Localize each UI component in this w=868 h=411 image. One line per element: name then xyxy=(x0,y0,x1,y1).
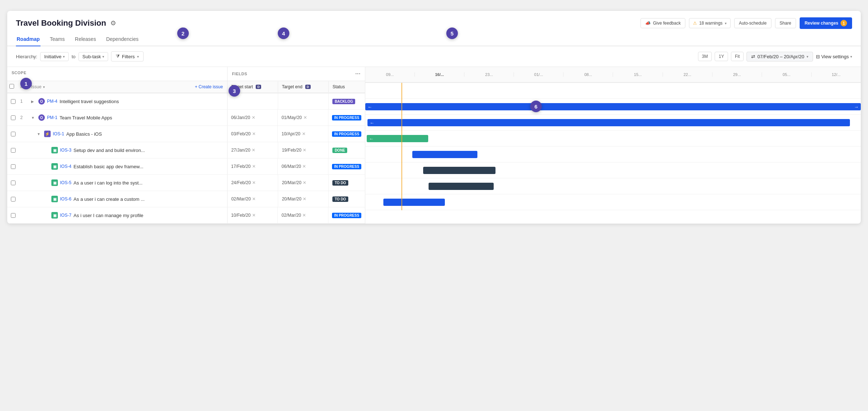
expand-icon[interactable]: ▼ xyxy=(31,116,36,120)
from-chevron-icon: ▾ xyxy=(63,55,65,59)
row-checkbox xyxy=(7,197,19,202)
status-badge: IN PROGRESS xyxy=(332,115,361,120)
clear-end-icon[interactable]: ✕ xyxy=(302,131,306,136)
tab-releases[interactable]: Releases xyxy=(74,33,97,46)
warnings-button[interactable]: ⚠ 18 warnings ▾ xyxy=(689,18,731,28)
fields-cell: BACKLOG xyxy=(227,93,365,109)
end-cell: 01/May/20 ✕ xyxy=(278,110,328,126)
row-checkbox xyxy=(7,99,19,104)
time-fit-button[interactable]: Fit xyxy=(731,52,744,61)
gantt-col-12: 12/... xyxy=(812,72,861,77)
clear-start-icon[interactable]: ✕ xyxy=(252,115,255,120)
issue-name: App Basics - iOS xyxy=(66,131,102,137)
gear-icon[interactable]: ⚙ xyxy=(110,19,116,27)
issue-type-icon: ▣ xyxy=(51,147,58,153)
fields-cell: 24/Feb/20 ✕ 20/Mar/20 ✕ TO DO xyxy=(227,175,365,191)
gantt-col-05: 05... xyxy=(762,72,812,77)
table-row: ▣ IOS-4 Establish basic app dev framew..… xyxy=(7,158,365,175)
gantt-col-15: 15... xyxy=(613,72,663,77)
sync-icon: ⇄ xyxy=(751,54,755,59)
hierarchy-to-select[interactable]: Sub-task ▾ xyxy=(78,52,108,61)
clear-end-icon[interactable]: ✕ xyxy=(303,115,307,120)
date-range-button[interactable]: ⇄ 07/Feb/20 – 20/Apr/20 ▾ xyxy=(746,52,813,62)
filters-label: Filters xyxy=(122,54,135,59)
tab-dependencies[interactable]: Dependencies xyxy=(105,33,139,46)
time-1y-button[interactable]: 1Y xyxy=(715,52,728,61)
gantt-col-09: 09... xyxy=(365,72,415,77)
issue-key[interactable]: IOS-6 xyxy=(60,196,71,202)
clear-end-icon[interactable]: ✕ xyxy=(303,148,306,153)
view-settings-button[interactable]: ⊟ View settings ▾ xyxy=(816,54,852,59)
issue-key[interactable]: PM-4 xyxy=(47,99,58,104)
fields-cell: 02/Mar/20 ✕ 20/Mar/20 ✕ TO DO xyxy=(227,191,365,207)
select-all-checkbox[interactable] xyxy=(9,84,14,89)
row-number: 2 xyxy=(19,115,30,120)
clear-end-icon[interactable]: ✕ xyxy=(303,180,306,185)
filters-button[interactable]: ⧩ Filters ▾ xyxy=(111,51,143,62)
autoschedule-button[interactable]: Auto-schedule xyxy=(734,18,771,28)
scope-cell: ▣ IOS-6 As a user i can create a custom … xyxy=(7,191,227,207)
row-checkbox xyxy=(7,164,19,169)
hierarchy-from-select[interactable]: Initiative ▾ xyxy=(40,52,69,61)
time-3m-button[interactable]: 3M xyxy=(698,52,712,61)
issue-key[interactable]: IOS-4 xyxy=(60,164,71,169)
scope-cell: ▣ IOS-4 Establish basic app dev framew..… xyxy=(7,158,227,174)
row-checkbox xyxy=(7,148,19,153)
status-header: Status xyxy=(329,81,365,92)
status-badge: IN PROGRESS xyxy=(332,131,361,137)
callout-1: 1 xyxy=(20,78,32,89)
clear-start-icon[interactable]: ✕ xyxy=(252,164,256,169)
status-cell: BACKLOG xyxy=(329,93,361,109)
tab-roadmap[interactable]: Roadmap xyxy=(16,33,41,46)
expand-icon[interactable]: ▶ xyxy=(31,99,36,103)
clear-end-icon[interactable]: ✕ xyxy=(303,196,306,202)
to-value-label: Sub-task xyxy=(82,54,101,59)
start-cell: 06/Jan/20 ✕ xyxy=(227,110,278,126)
main-card: Travel Booking Division ⚙ 📣 Give feedbac… xyxy=(7,11,861,224)
review-changes-button[interactable]: Review changes 1 xyxy=(800,17,852,29)
issue-key[interactable]: IOS-3 xyxy=(60,148,71,153)
dots-more-icon[interactable]: ··· xyxy=(355,71,361,77)
start-cell: 03/Feb/20 ✕ xyxy=(227,126,278,142)
clear-start-icon[interactable]: ✕ xyxy=(252,131,256,136)
clear-start-icon[interactable]: ✕ xyxy=(252,213,256,218)
bar-arrow-left-icon: ← xyxy=(367,136,374,141)
share-button[interactable]: Share xyxy=(775,18,796,28)
tab-teams[interactable]: Teams xyxy=(49,33,65,46)
gantt-col-08: 08... xyxy=(563,72,613,77)
issue-key[interactable]: IOS-1 xyxy=(53,131,64,136)
create-issue-button[interactable]: + Create issue xyxy=(191,81,227,92)
bar-arrow-left-icon: ← xyxy=(367,120,374,126)
table-row: ▣ IOS-7 As i user I can manage my profil… xyxy=(7,207,365,224)
issue-key[interactable]: IOS-7 xyxy=(60,213,71,218)
header-right: 📣 Give feedback ⚠ 18 warnings ▾ Auto-sch… xyxy=(641,17,852,29)
start-cell: 02/Mar/20 ✕ xyxy=(227,191,278,207)
start-cell: 17/Feb/20 ✕ xyxy=(227,158,278,174)
checkbox-header xyxy=(7,81,19,93)
status-cell: IN PROGRESS xyxy=(328,207,365,223)
gantt-bar-pm1: ← → xyxy=(365,103,861,110)
gantt-col-16: 16/... xyxy=(415,72,464,77)
date-chevron-icon: ▾ xyxy=(807,55,808,59)
row-checkbox xyxy=(7,115,19,120)
feedback-button[interactable]: 📣 Give feedback xyxy=(641,18,685,28)
bar-arrow-left-icon: ← xyxy=(365,104,372,110)
clear-start-icon[interactable]: ✕ xyxy=(252,148,255,153)
clear-start-icon[interactable]: ✕ xyxy=(252,180,256,185)
clear-start-icon[interactable]: ✕ xyxy=(252,196,256,202)
issue-name: Setup dev and and build environ... xyxy=(73,148,145,153)
issue-key[interactable]: IOS-5 xyxy=(60,180,71,185)
table-row: ▣ IOS-5 As a user i can log into the sys… xyxy=(7,175,365,191)
clear-end-icon[interactable]: ✕ xyxy=(302,164,306,169)
issue-type-icon: ▣ xyxy=(51,196,58,202)
warnings-label: 18 warnings xyxy=(699,21,723,26)
hierarchy-label: Hierarchy: xyxy=(16,54,37,59)
issue-key[interactable]: PM-1 xyxy=(47,115,58,120)
share-label: Share xyxy=(780,21,791,26)
issue-type-icon: ⚡ xyxy=(44,131,51,137)
clear-end-icon[interactable]: ✕ xyxy=(302,213,306,218)
status-cell: IN PROGRESS xyxy=(328,158,365,174)
expand-icon[interactable]: ▼ xyxy=(37,132,42,136)
issue-sort-icon[interactable]: ▾ xyxy=(43,85,45,89)
status-badge: DONE xyxy=(332,148,347,153)
